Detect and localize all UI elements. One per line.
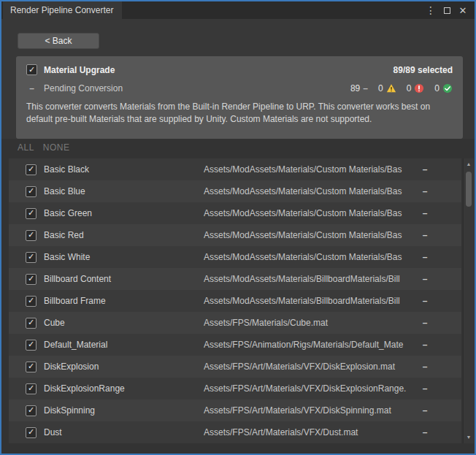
item-checkbox[interactable] xyxy=(26,405,37,416)
scroll-down-arrow-icon[interactable]: ▼ xyxy=(464,432,474,443)
item-checkbox[interactable] xyxy=(26,208,37,219)
item-path: Assets/FPS/Art/Materials/VFX/DiskSpinnin… xyxy=(204,405,415,416)
item-checkbox[interactable] xyxy=(26,427,37,438)
item-status-icon: – xyxy=(418,230,432,240)
warning-count-group: 0 xyxy=(378,83,396,93)
item-checkbox[interactable] xyxy=(26,274,37,285)
item-label: Billboard Content xyxy=(44,274,111,284)
item-path: Assets/ModAssets/Materials/BillboardMate… xyxy=(204,296,415,306)
error-icon xyxy=(414,83,424,93)
item-status-icon: – xyxy=(418,208,432,218)
select-all-button[interactable]: ALL xyxy=(18,142,34,153)
item-status-icon: – xyxy=(418,383,432,394)
item-label: Basic Red xyxy=(44,230,84,240)
item-label: DiskExplosion xyxy=(44,362,99,372)
item-checkbox[interactable] xyxy=(26,186,37,197)
item-checkbox[interactable] xyxy=(26,230,37,241)
item-status-icon: – xyxy=(418,405,432,416)
table-row[interactable]: Default_Material Assets/FPS/Animation/Ri… xyxy=(9,334,461,356)
vertical-scrollbar[interactable]: ▲ ▼ xyxy=(463,158,474,443)
item-label: DiskSpinning xyxy=(44,405,95,416)
status-counts: 89 – 0 0 0 xyxy=(343,83,453,93)
item-status-icon: – xyxy=(418,340,432,350)
table-row[interactable]: Basic Red Assets/ModAssets/Materials/Cus… xyxy=(9,224,461,246)
list-select-controls: ALL NONE xyxy=(18,142,70,153)
item-label: Dust xyxy=(44,427,62,437)
item-status-icon: – xyxy=(418,186,432,196)
item-path: Assets/FPS/Art/Materials/VFX/DiskExplosi… xyxy=(204,362,415,372)
success-count-group: 0 xyxy=(434,83,453,93)
success-count: 0 xyxy=(434,83,439,93)
error-count-group: 0 xyxy=(407,83,425,93)
item-path: Assets/FPS/Art/Materials/VFX/Dust.mat xyxy=(204,427,415,437)
error-count: 0 xyxy=(407,83,412,93)
item-path: Assets/ModAssets/Materials/BillboardMate… xyxy=(204,274,415,284)
item-label: Basic White xyxy=(44,252,90,262)
pending-conversion-row: – Pending Conversion 89 – 0 0 0 xyxy=(26,83,453,93)
materials-list-section: ALL NONE Basic Black Assets/ModAssets/Ma… xyxy=(1,139,475,454)
table-row[interactable]: Basic Green Assets/ModAssets/Materials/C… xyxy=(9,202,461,224)
pending-count-dash-icon: – xyxy=(363,83,368,93)
item-label: Cube xyxy=(44,318,65,328)
item-checkbox[interactable] xyxy=(26,383,37,394)
item-status-icon: – xyxy=(418,252,432,262)
item-checkbox[interactable] xyxy=(26,252,37,263)
table-row[interactable]: DiskExplosion Assets/FPS/Art/Materials/V… xyxy=(9,356,461,378)
table-row[interactable]: Billboard Content Assets/ModAssets/Mater… xyxy=(9,268,461,290)
scroll-up-arrow-icon[interactable]: ▲ xyxy=(464,159,474,169)
tab-title: Render Pipeline Converter xyxy=(10,5,113,15)
item-path: Assets/FPS/Materials/Cube.mat xyxy=(204,318,415,328)
table-row[interactable]: DiskSpinning Assets/FPS/Art/Materials/VF… xyxy=(9,399,461,421)
table-row[interactable]: Cube Assets/FPS/Materials/Cube.mat – xyxy=(9,312,461,334)
back-button[interactable]: < Back xyxy=(18,33,99,49)
item-status-icon: – xyxy=(418,164,432,175)
item-status-icon: – xyxy=(418,296,432,306)
item-label: Default_Material xyxy=(44,340,107,350)
item-status-icon: – xyxy=(418,274,432,284)
scrollbar-thumb[interactable] xyxy=(466,172,472,207)
item-checkbox[interactable] xyxy=(26,164,37,175)
pending-count-group: 89 – xyxy=(350,83,368,93)
title-bar: Render Pipeline Converter ⋮ ✕ xyxy=(1,1,475,19)
converter-header: Material Upgrade 89/89 selected xyxy=(26,64,453,75)
close-icon[interactable]: ✕ xyxy=(457,4,469,16)
item-label: DiskExplosionRange xyxy=(44,383,125,394)
converter-panel: Material Upgrade 89/89 selected – Pendin… xyxy=(16,56,463,139)
item-path: Assets/ModAssets/Materials/Custom Materi… xyxy=(204,208,415,218)
item-path: Assets/FPS/Art/Materials/VFX/DiskExplosi… xyxy=(204,383,415,394)
table-row[interactable]: Dust Assets/FPS/Art/Materials/VFX/Dust.m… xyxy=(9,421,461,443)
item-status-icon: – xyxy=(418,427,432,437)
select-none-button[interactable]: NONE xyxy=(43,142,70,153)
item-checkbox[interactable] xyxy=(26,318,37,329)
item-path: Assets/FPS/Animation/Rigs/Materials/Defa… xyxy=(204,340,415,350)
table-row[interactable]: Basic Black Assets/ModAssets/Materials/C… xyxy=(9,158,461,180)
tab-render-pipeline-converter[interactable]: Render Pipeline Converter xyxy=(3,1,122,19)
render-pipeline-converter-window: { "window": { "tab_title": "Render Pipel… xyxy=(0,0,476,455)
pending-dash-icon: – xyxy=(26,83,37,93)
success-icon xyxy=(442,83,453,93)
item-checkbox[interactable] xyxy=(26,362,37,372)
item-label: Basic Green xyxy=(44,208,92,218)
table-row[interactable]: Billboard Frame Assets/ModAssets/Materia… xyxy=(9,290,461,312)
table-row[interactable]: DiskExplosionRange Assets/FPS/Art/Materi… xyxy=(9,378,461,399)
converter-title: Material Upgrade xyxy=(44,65,115,75)
selected-summary: 89/89 selected xyxy=(394,65,453,75)
warning-icon xyxy=(386,83,396,93)
item-path: Assets/ModAssets/Materials/Custom Materi… xyxy=(204,252,415,262)
item-path: Assets/ModAssets/Materials/Custom Materi… xyxy=(204,186,415,196)
item-checkbox[interactable] xyxy=(26,340,37,351)
item-path: Assets/ModAssets/Materials/Custom Materi… xyxy=(204,164,415,175)
table-row[interactable]: Basic White Assets/ModAssets/Materials/C… xyxy=(9,246,461,268)
item-status-icon: – xyxy=(418,318,432,328)
maximize-box-glyph xyxy=(444,7,450,14)
item-label: Basic Blue xyxy=(44,186,85,196)
window-menu-icon[interactable]: ⋮ xyxy=(425,4,437,16)
pending-label: Pending Conversion xyxy=(44,83,123,93)
item-checkbox[interactable] xyxy=(26,296,37,307)
table-row[interactable]: Basic Blue Assets/ModAssets/Materials/Cu… xyxy=(9,180,461,202)
item-label: Basic Black xyxy=(44,164,89,175)
maximize-icon[interactable] xyxy=(441,4,453,16)
item-status-icon: – xyxy=(418,362,432,372)
converter-checkbox[interactable] xyxy=(26,64,37,75)
item-path: Assets/ModAssets/Materials/Custom Materi… xyxy=(204,230,415,240)
